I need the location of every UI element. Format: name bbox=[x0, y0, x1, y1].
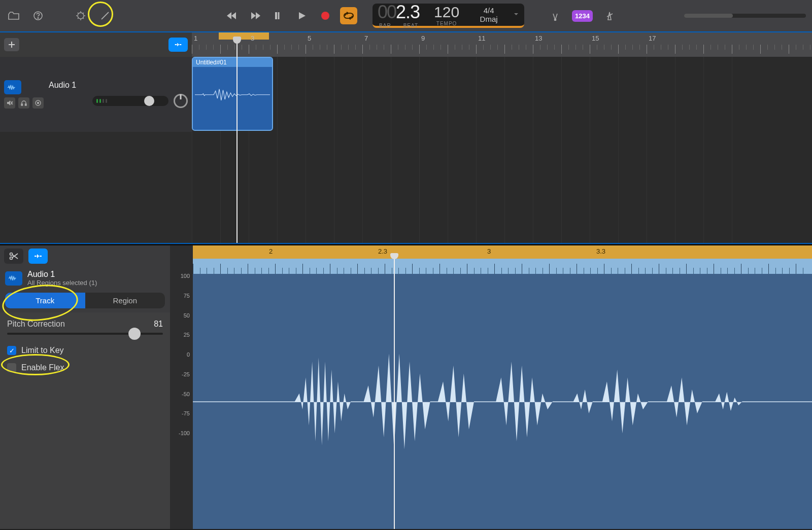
transport-controls bbox=[223, 7, 357, 24]
track-type-audio-icon bbox=[4, 80, 21, 94]
editor-bar-ruler[interactable]: 2 2.3 3 3.3 bbox=[193, 245, 812, 259]
smart-controls-icon[interactable] bbox=[73, 8, 88, 23]
bar-ruler[interactable]: 1 3 5 7 9 11 13 15 17 bbox=[192, 32, 812, 57]
lcd-dropdown-icon[interactable] bbox=[513, 10, 519, 19]
ruler-number: 15 bbox=[592, 34, 599, 42]
forward-button[interactable] bbox=[247, 7, 264, 24]
track-name[interactable]: Audio 1 bbox=[49, 81, 188, 90]
ruler-number: 1 bbox=[194, 34, 197, 42]
editor-subtitle: All Regions selected (1) bbox=[27, 279, 97, 287]
catch-playhead-button[interactable] bbox=[168, 38, 188, 52]
editor-playhead[interactable] bbox=[394, 259, 395, 529]
editor-waveform-area[interactable] bbox=[193, 274, 812, 529]
lcd-beat-label: BEAT bbox=[403, 23, 418, 28]
editor-yaxis: 1007550250-25-50-75-100 bbox=[170, 245, 193, 529]
lcd-bar-label: BAR bbox=[379, 23, 391, 28]
enable-flex-checkbox[interactable] bbox=[7, 363, 16, 372]
lcd-tempo-label: TEMPO bbox=[436, 21, 457, 26]
pitch-correction-label: Pitch Correction bbox=[7, 320, 65, 329]
lcd-bar-main: 2.3 bbox=[396, 2, 420, 23]
svg-point-2 bbox=[78, 13, 84, 19]
cycle-button[interactable] bbox=[340, 7, 357, 24]
track-header-panel: Audio 1 bbox=[0, 32, 192, 243]
limit-to-key-checkbox[interactable] bbox=[7, 346, 16, 355]
stop-button[interactable] bbox=[270, 7, 287, 24]
editor-main: 1007550250-25-50-75-100 2 2.3 3 3.3 Unti… bbox=[170, 245, 812, 529]
editor-title: Audio 1 bbox=[27, 270, 97, 279]
play-button[interactable] bbox=[293, 7, 311, 24]
input-monitor-button[interactable] bbox=[32, 97, 44, 109]
library-icon[interactable] bbox=[6, 8, 21, 23]
enable-flex-label: Enable Flex bbox=[21, 363, 64, 372]
editor-toggle-icon[interactable] bbox=[97, 8, 113, 23]
cycle-region[interactable] bbox=[219, 32, 269, 40]
record-button[interactable] bbox=[317, 7, 334, 24]
audio-editor: Audio 1 All Regions selected (1) Track R… bbox=[0, 245, 812, 529]
mute-button[interactable] bbox=[4, 97, 15, 109]
editor-inspector: Audio 1 All Regions selected (1) Track R… bbox=[0, 245, 170, 529]
svg-rect-7 bbox=[21, 104, 23, 105]
playhead[interactable] bbox=[236, 43, 238, 243]
lcd-timesig[interactable]: 4/4 bbox=[484, 6, 494, 15]
editor-ruler-num: 3 bbox=[487, 248, 491, 255]
enable-flex-row[interactable]: Enable Flex bbox=[7, 363, 163, 372]
ruler-number: 9 bbox=[421, 34, 425, 42]
tab-region[interactable]: Region bbox=[85, 293, 165, 308]
svg-rect-8 bbox=[25, 104, 27, 105]
lcd-tempo[interactable]: 120 bbox=[434, 4, 459, 21]
pan-knob[interactable] bbox=[174, 94, 188, 108]
tracks-area: Audio 1 1 3 5 7 9 11 13 15 17 bbox=[0, 32, 812, 243]
editor-canvas[interactable]: 2 2.3 3 3.3 Untit bbox=[193, 245, 812, 529]
help-icon[interactable] bbox=[30, 8, 46, 23]
editor-sub-ruler[interactable]: Untit bbox=[193, 259, 812, 274]
limit-to-key-row[interactable]: Limit to Key bbox=[7, 346, 163, 355]
track-row-audio1[interactable]: Audio 1 bbox=[0, 57, 192, 132]
editor-track-icon bbox=[5, 271, 22, 286]
region-name: Untitled#01 bbox=[193, 58, 272, 67]
ruler-number: 3 bbox=[251, 34, 254, 42]
editor-tab-segment: Track Region bbox=[5, 293, 165, 308]
ruler-number: 5 bbox=[308, 34, 311, 42]
svg-point-5 bbox=[321, 12, 329, 20]
add-track-button[interactable] bbox=[4, 38, 19, 51]
editor-ruler-num: 2 bbox=[269, 248, 273, 255]
svg-point-10 bbox=[38, 102, 39, 104]
ruler-number: 13 bbox=[535, 34, 542, 42]
tab-track[interactable]: Track bbox=[5, 293, 85, 308]
top-toolbar: 002.3 BARBEAT 120 TEMPO 4/4 Dmaj 1234 bbox=[0, 0, 812, 32]
editor-view-scissors[interactable] bbox=[4, 249, 23, 264]
horizontal-zoom-slider[interactable] bbox=[684, 14, 806, 18]
arrangement-timeline[interactable]: 1 3 5 7 9 11 13 15 17 Untitled#01 bbox=[192, 32, 812, 243]
metronome-icon[interactable] bbox=[602, 8, 617, 23]
lcd-key[interactable]: Dmaj bbox=[480, 15, 498, 23]
volume-slider[interactable] bbox=[92, 96, 168, 106]
rewind-button[interactable] bbox=[223, 7, 241, 24]
ruler-number: 11 bbox=[478, 34, 485, 42]
svg-rect-4 bbox=[275, 12, 277, 19]
tuner-icon[interactable] bbox=[548, 8, 563, 23]
audio-region[interactable]: Untitled#01 bbox=[192, 57, 273, 131]
ruler-number: 17 bbox=[649, 34, 656, 42]
lcd-display[interactable]: 002.3 BARBEAT 120 TEMPO 4/4 Dmaj bbox=[373, 4, 524, 28]
svg-point-1 bbox=[38, 18, 39, 19]
ruler-number: 7 bbox=[364, 34, 368, 42]
pitch-correction-slider[interactable] bbox=[7, 333, 163, 335]
lcd-bar-dim: 00 bbox=[378, 2, 396, 23]
svg-point-6 bbox=[555, 19, 556, 21]
pitch-correction-value[interactable]: 81 bbox=[154, 320, 163, 329]
limit-to-key-label: Limit to Key bbox=[21, 346, 64, 355]
editor-view-track[interactable] bbox=[28, 249, 48, 264]
count-in-badge[interactable]: 1234 bbox=[572, 10, 593, 22]
editor-ruler-num: 3.3 bbox=[596, 248, 605, 255]
region-waveform bbox=[193, 67, 272, 123]
editor-ruler-num: 2.3 bbox=[378, 248, 387, 255]
solo-headphone-button[interactable] bbox=[18, 97, 29, 109]
